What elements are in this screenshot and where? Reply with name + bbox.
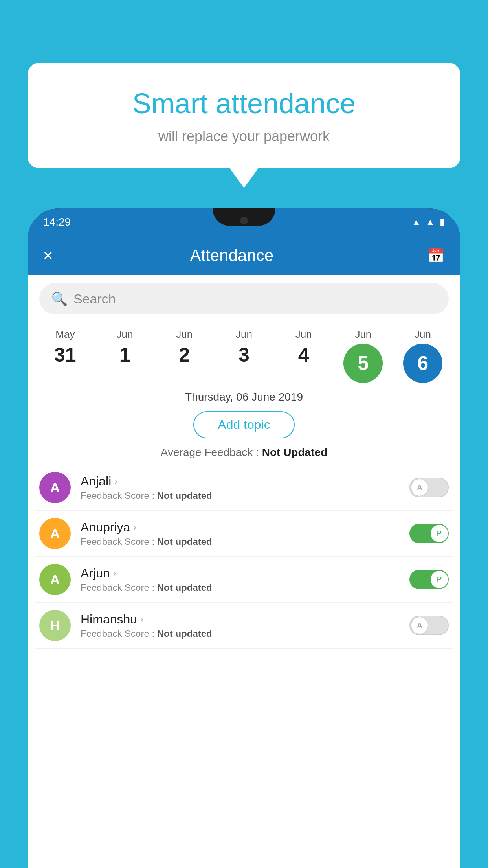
date-number: 3 xyxy=(238,344,250,366)
date-number: 2 xyxy=(179,344,190,366)
date-month: May xyxy=(55,328,75,340)
student-list: AAnjali ›Feedback Score : Not updatedAAA… xyxy=(28,465,460,649)
chevron-icon: › xyxy=(140,614,143,625)
status-icons: ▲ ▲ ▮ xyxy=(411,217,445,228)
date-col-6[interactable]: Jun6 xyxy=(399,328,446,383)
student-info: Anjali ›Feedback Score : Not updated xyxy=(81,474,409,501)
wifi-icon: ▲ xyxy=(411,217,421,228)
student-name: Anupriya › xyxy=(81,520,409,535)
date-number: 4 xyxy=(298,344,309,366)
date-month: Jun xyxy=(117,328,133,340)
avg-feedback-label: Average Feedback : xyxy=(161,446,262,458)
student-feedback: Feedback Score : Not updated xyxy=(81,582,409,593)
chevron-icon: › xyxy=(114,476,117,487)
student-feedback: Feedback Score : Not updated xyxy=(81,536,409,547)
student-item[interactable]: AAnjali ›Feedback Score : Not updatedA xyxy=(35,465,453,511)
signal-icon: ▲ xyxy=(426,217,435,228)
date-month: Jun xyxy=(355,328,371,340)
date-col-3[interactable]: Jun3 xyxy=(220,328,268,383)
date-month: Jun xyxy=(415,328,431,340)
date-col-31[interactable]: May31 xyxy=(42,328,89,383)
avg-feedback: Average Feedback : Not Updated xyxy=(28,446,460,459)
bubble-subtitle: will replace your paperwork xyxy=(59,128,429,145)
date-col-4[interactable]: Jun4 xyxy=(280,328,327,383)
student-info: Anupriya ›Feedback Score : Not updated xyxy=(81,520,409,547)
student-name: Himanshu › xyxy=(81,612,409,627)
toggle-knob: P xyxy=(431,571,448,588)
date-month: Jun xyxy=(236,328,252,340)
date-month: Jun xyxy=(176,328,193,340)
avatar: H xyxy=(39,610,71,641)
search-icon: 🔍 xyxy=(51,291,68,307)
attendance-toggle[interactable]: P xyxy=(409,524,449,543)
student-item[interactable]: AArjun ›Feedback Score : Not updatedP xyxy=(35,557,453,603)
attendance-toggle[interactable]: A xyxy=(409,616,449,635)
attendance-toggle[interactable]: P xyxy=(409,570,449,589)
selected-date: Thursday, 06 June 2019 xyxy=(28,391,460,403)
avatar: A xyxy=(39,564,71,595)
avatar: A xyxy=(39,472,71,503)
search-bar[interactable]: 🔍 Search xyxy=(39,283,449,314)
header-title: Attendance xyxy=(37,246,427,265)
date-number: 31 xyxy=(54,344,76,366)
calendar-icon[interactable]: 📅 xyxy=(427,247,445,264)
camera xyxy=(240,217,248,224)
student-item[interactable]: AAnupriya ›Feedback Score : Not updatedP xyxy=(35,511,453,557)
bubble-title: Smart attendance xyxy=(59,86,429,120)
date-number: 1 xyxy=(119,344,130,366)
toggle-knob: A xyxy=(411,479,428,496)
toggle-knob: A xyxy=(411,617,428,634)
chevron-icon: › xyxy=(133,522,136,533)
date-col-1[interactable]: Jun1 xyxy=(101,328,149,383)
student-item[interactable]: HHimanshu ›Feedback Score : Not updatedA xyxy=(35,603,453,649)
notch xyxy=(213,208,275,226)
attendance-toggle[interactable]: A xyxy=(409,478,449,497)
status-time: 14:29 xyxy=(43,216,71,228)
avatar: A xyxy=(39,518,71,549)
avg-feedback-value: Not Updated xyxy=(262,446,327,458)
phone-content: 🔍 Search May31Jun1Jun2Jun3Jun4Jun5Jun6 T… xyxy=(28,275,460,868)
student-info: Himanshu ›Feedback Score : Not updated xyxy=(81,612,409,639)
search-placeholder: Search xyxy=(73,291,116,307)
student-info: Arjun ›Feedback Score : Not updated xyxy=(81,566,409,593)
date-col-2[interactable]: Jun2 xyxy=(161,328,208,383)
add-topic-button[interactable]: Add topic xyxy=(193,411,294,438)
chevron-icon: › xyxy=(113,568,116,579)
student-name: Arjun › xyxy=(81,566,409,581)
status-bar: 14:29 ▲ ▲ ▮ xyxy=(28,208,460,236)
toggle-knob: P xyxy=(431,525,448,542)
date-col-5[interactable]: Jun5 xyxy=(339,328,387,383)
date-month: Jun xyxy=(295,328,312,340)
student-feedback: Feedback Score : Not updated xyxy=(81,628,409,639)
date-strip: May31Jun1Jun2Jun3Jun4Jun5Jun6 xyxy=(28,322,460,383)
student-name: Anjali › xyxy=(81,474,409,489)
student-feedback: Feedback Score : Not updated xyxy=(81,490,409,501)
phone-frame: 14:29 ▲ ▲ ▮ × Attendance 📅 🔍 Search May3… xyxy=(28,208,460,868)
app-header: × Attendance 📅 xyxy=(28,236,460,275)
battery-icon: ▮ xyxy=(440,217,445,228)
speech-bubble: Smart attendance will replace your paper… xyxy=(28,63,460,168)
